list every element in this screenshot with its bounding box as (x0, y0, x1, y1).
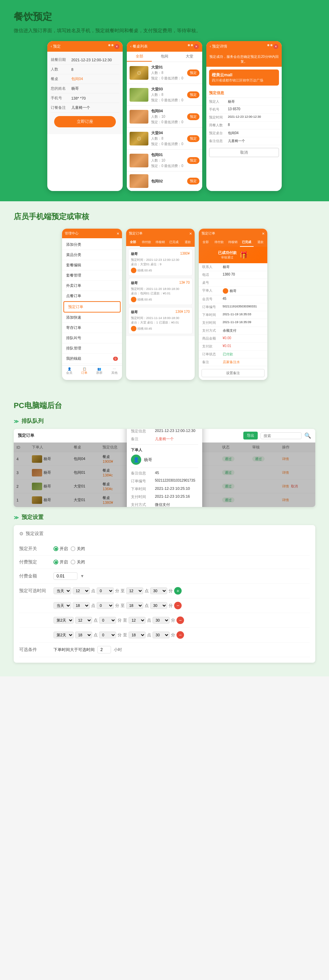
add-time-btn-1[interactable]: + (174, 587, 182, 595)
time-row-3: 第2天 12 点 0 分 至 12 点 30 分 − (53, 616, 184, 624)
menu-dish-category[interactable]: 菜品分类 (62, 250, 122, 260)
day-select-3[interactable]: 第2天 (53, 617, 74, 624)
sdv-goods-amount: ¥0.00 (223, 336, 264, 341)
modal-label-order-num: 订单编号 (131, 479, 155, 484)
dv-time: 2021-12-23 12:00-12:30 (228, 115, 279, 120)
to-h-3[interactable]: 12 (129, 617, 145, 624)
export-btn[interactable]: 导出 (243, 432, 258, 439)
day-select-2[interactable]: 当天 (53, 602, 71, 609)
to-h-1[interactable]: 12 (126, 587, 143, 594)
book-btn-3[interactable]: 预定 (187, 113, 200, 120)
submit-reservation-btn[interactable]: 立即订座 (54, 116, 116, 127)
menu-combo-manage[interactable]: 套餐管理 (62, 270, 122, 281)
radio-res-off[interactable]: 关闭 (70, 546, 85, 552)
section-staff: 店员手机端预定或审核 管理中心 ✕ 添加分类 菜品分类 套餐编辑 套餐管理 外卖… (0, 201, 329, 390)
settings-row-time-2: 当天 18 点 0 分 至 18 点 30 分 − (19, 598, 310, 613)
back-btn-2[interactable]: ‹ 餐桌列表 (130, 44, 148, 49)
tab-all[interactable]: 全部 (127, 52, 152, 62)
nav-order[interactable]: 📋订单 (77, 366, 92, 377)
from-m-1[interactable]: 0 (97, 587, 114, 594)
condition-text: 下单时间大于可选时间 (53, 647, 94, 653)
order-table-3: 桌台：大堂 桌位：1 已退款：¥0.01 (131, 320, 190, 325)
book-btn-6[interactable]: 预定 (187, 178, 200, 185)
to-m-4[interactable]: 30 (152, 632, 170, 638)
sdl-member: 会员号 (202, 297, 223, 302)
order-tab-refund[interactable]: 退款 (181, 238, 195, 247)
to-h-2[interactable]: 18 (126, 602, 143, 609)
tab-private[interactable]: 包间 (152, 52, 177, 62)
pc-search-input[interactable] (260, 432, 302, 439)
from-h-3[interactable]: 12 (75, 617, 92, 624)
day-select-4[interactable]: 第2天 (53, 632, 74, 638)
order-list: 杨哥 1380¥ 预定时间：2021-12-23 12:00-12:30 桌台：… (126, 247, 195, 336)
cancel-reservation-btn[interactable]: 取消 (209, 148, 279, 157)
from-m-4[interactable]: 0 (99, 632, 116, 638)
from-m-3[interactable]: 0 (99, 617, 116, 624)
order-tab-verify[interactable]: 待核销 (153, 238, 167, 247)
label-phone: 手机号 (51, 95, 71, 101)
search-icon[interactable]: 🔍 (304, 432, 311, 439)
settings-control-time-1: 当天 12 点 0 分 至 12 点 30 分 + (53, 587, 310, 595)
time-label-2b: 分 (115, 603, 119, 609)
from-h-4[interactable]: 18 (75, 632, 92, 638)
menu-order[interactable]: 点餐订单 (62, 291, 122, 301)
success-tab-unpaid[interactable]: 待付款 (212, 238, 226, 247)
order-tab-unpaid[interactable]: 待付款 (140, 238, 153, 247)
set-remark-btn[interactable]: 设置备注 (201, 369, 265, 377)
time-label-1d: 分 (169, 588, 173, 594)
menu-queue-call[interactable]: 排队叫号 (62, 333, 122, 343)
to-m-1[interactable]: 30 (150, 587, 167, 594)
to-m-3[interactable]: 30 (152, 617, 170, 624)
from-h-1[interactable]: 12 (73, 587, 90, 594)
day-select-1[interactable]: 当天 (53, 587, 71, 594)
success-tab-refund[interactable]: 退款 (254, 238, 267, 247)
from-h-2[interactable]: 18 (73, 602, 90, 609)
menu-cash[interactable]: 我的钱箱 0 (62, 353, 122, 364)
header-dots-2: ✕ (188, 44, 199, 49)
to-m-2[interactable]: 30 (150, 602, 167, 609)
success-tab-verify[interactable]: 待核销 (226, 238, 240, 247)
menu-reservation[interactable]: 预定订单 (63, 301, 121, 312)
nav-other[interactable]: ⋯其他 (107, 366, 122, 377)
detail-row-num: 用餐人数 8 (206, 121, 282, 129)
menu-storage[interactable]: 寄存订单 (62, 323, 122, 333)
menu-quick-add[interactable]: 添加快速 (62, 312, 122, 323)
book-btn-2[interactable]: 预定 (187, 91, 200, 98)
nav-group[interactable]: 👥群群 (92, 366, 107, 377)
radio-paid-on[interactable]: 开启 (53, 559, 68, 565)
settings-row-condition: 可选条件 下单时间大于可选时间 小时 (19, 643, 310, 657)
radio-paid-off[interactable]: 关闭 (70, 559, 85, 565)
phone-header-2: ‹ 餐桌列表 ✕ (127, 41, 202, 52)
menu-add-category[interactable]: 添加分类 (62, 240, 122, 250)
nav-member[interactable]: 👤会员 (62, 366, 77, 377)
sdl-orderer: 宇单人 (202, 288, 223, 294)
minus-time-btn-2[interactable]: − (174, 602, 182, 609)
success-tab-all[interactable]: 全部 (199, 238, 212, 247)
from-m-2[interactable]: 0 (97, 602, 114, 609)
book-btn-1[interactable]: 预定 (187, 70, 200, 76)
tab-hall[interactable]: 大堂 (177, 52, 202, 62)
back-btn-3[interactable]: ‹ 预定详情 (210, 44, 227, 49)
back-btn-1[interactable]: ‹ 预定 (51, 44, 61, 49)
modal-row-order-time: 下单时间 2021-12-23 10:25:10 (131, 487, 198, 492)
section-pc: PC电脑端后台 ≫ 排队队列 预定订单 导出 🔍 ID 下单人 餐桌 预定 (0, 390, 329, 676)
condition-value-input[interactable] (97, 646, 111, 654)
order-tab-all[interactable]: 全部 (126, 238, 140, 247)
radio-res-on[interactable]: 开启 (53, 546, 68, 552)
book-btn-5[interactable]: 预定 (187, 157, 200, 164)
order-tab-done[interactable]: 已完成 (167, 238, 181, 247)
time-label-3b: 分 (118, 617, 122, 623)
dl-note: 备注信息 (209, 138, 228, 143)
phones-row-1: ‹ 预定 ✕ 就餐日期 2021-12-23 12:00-12:30 人数 8 … (14, 41, 315, 191)
menu-delivery[interactable]: 外卖订单 (62, 281, 122, 291)
paid-amount-input[interactable] (53, 572, 77, 580)
success-tab-done[interactable]: 已完成 (240, 238, 254, 247)
order-card-header-2: 杨哥 13¥ 70 (131, 281, 190, 285)
menu-queue-manage[interactable]: 排队管理 (62, 343, 122, 353)
book-btn-4[interactable]: 预定 (187, 135, 200, 142)
minus-time-btn-3[interactable]: − (177, 616, 184, 624)
phone-header-1: ‹ 预定 ✕ (47, 41, 123, 52)
to-h-4[interactable]: 18 (129, 632, 145, 638)
minus-time-btn-4[interactable]: − (177, 631, 184, 639)
menu-combo-edit[interactable]: 套餐编辑 (62, 260, 122, 270)
